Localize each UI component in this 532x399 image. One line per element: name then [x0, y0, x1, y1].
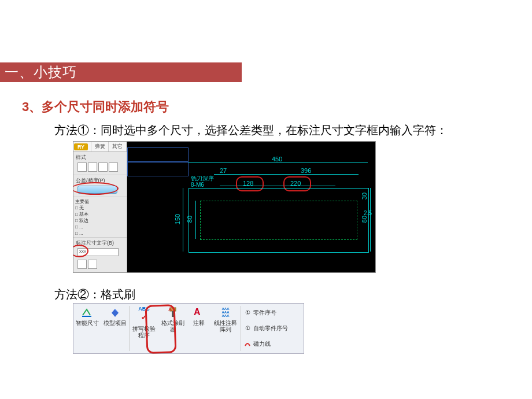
style-icon[interactable]	[77, 162, 87, 172]
method-1-text: 方法①：同时选中多个尺寸，选择公差类型，在标注尺寸文字框内输入字符：	[54, 123, 448, 138]
viewport-rect	[127, 161, 189, 176]
linear-pattern-icon: AAA AAA AAA	[219, 306, 232, 319]
dim-30: 30	[361, 193, 368, 200]
balloon-tools: ① 零件序号 ① 自动零件序号 磁力线	[241, 304, 290, 353]
style-icon[interactable]	[88, 162, 97, 172]
tool-label: 拼写检验程序	[132, 326, 156, 338]
tool-linear-pattern[interactable]: AAA AAA AAA 线性注释阵列	[210, 304, 241, 353]
balloon-icon: ①	[243, 309, 252, 317]
dim-text-value: xxx	[79, 249, 86, 254]
tree-item[interactable]: □ ...	[75, 224, 125, 230]
tool-model-item[interactable]: 模型项目	[101, 304, 129, 353]
app-badge: RY	[74, 143, 88, 150]
aaa-marker: AAA AAA AAA	[222, 307, 230, 317]
dim-396: 396	[301, 167, 311, 174]
panel-dim-text-label: 标注尺寸文字(B)	[76, 240, 114, 246]
tree-item[interactable]: □ ...	[75, 230, 125, 237]
section-header-text: 一、小技巧	[5, 64, 77, 80]
annotate-icon: A	[193, 306, 205, 319]
style-icons	[76, 161, 124, 173]
svg-rect-4	[172, 311, 174, 317]
style-icon[interactable]	[98, 162, 108, 172]
method-2-content: 方法②：格式刷	[54, 288, 135, 301]
dimtext-icons	[76, 258, 124, 270]
cad-sidebar: 数值 弹簧 其它 样式 公差/精度(P) 主要值 □ 无	[73, 142, 127, 272]
magnet-icon	[243, 340, 252, 348]
abc-marker: ABC	[138, 306, 150, 312]
circled-1: ①	[245, 309, 250, 316]
cad-tab-3[interactable]: 其它	[109, 142, 127, 152]
tree-item[interactable]: □ 基本	[75, 211, 125, 217]
tool-format-painter[interactable]: A 格式涂刷器	[158, 304, 187, 353]
dim-2_5: 2.5	[364, 210, 372, 216]
dim-150: 150	[174, 214, 181, 224]
tree-item[interactable]: 主要值	[75, 198, 125, 205]
dim-vline	[195, 201, 196, 239]
tool-spell-check[interactable]: ABC ✔ 拼写检验程序	[130, 304, 158, 353]
svg-text:A: A	[194, 307, 201, 317]
dim-line	[189, 162, 368, 163]
dim-220: 220	[290, 180, 301, 187]
note-8m6-text: 8-M6	[191, 182, 204, 188]
tool-label: 自动零件序号	[253, 324, 288, 332]
inner-part-rect	[200, 201, 357, 240]
method-2-text: 方法②：格式刷	[54, 287, 135, 302]
panel-tolerance-label: 公差/精度(P)	[76, 178, 105, 183]
circled-excl: ①	[245, 325, 250, 331]
tool-label: 磁力线	[253, 340, 271, 348]
tool-annotate[interactable]: A 注释	[187, 304, 210, 353]
dim-128: 128	[243, 180, 253, 187]
panel-dim-text: 标注尺寸文字(B) xxx	[73, 238, 127, 272]
tool-label: 智能尺寸	[76, 320, 99, 326]
cad-canvas: 450 铣刀深序 8-M6 27 396 128 220 150 80 8	[127, 142, 375, 272]
dimtext-icon[interactable]	[88, 260, 97, 269]
panel-tolerance: 公差/精度(P)	[73, 175, 127, 197]
spell-check-icon: ✔	[138, 312, 150, 324]
tree-item[interactable]: □ 无	[75, 205, 125, 211]
note-8m6: 铣刀深序 8-M6	[191, 175, 214, 188]
tool-label: 零件序号	[253, 309, 276, 317]
panel-style: 样式	[73, 152, 127, 175]
dimtext-icon[interactable]	[77, 260, 87, 269]
tool-auto-part-number[interactable]: ① 自动零件序号	[243, 323, 288, 334]
tool-label: 线性注释阵列	[213, 320, 238, 332]
dim-line	[220, 186, 335, 186]
screenshot-cad: 数值 弹簧 其它 样式 公差/精度(P) 主要值 □ 无	[73, 141, 376, 273]
screenshot-toolbar: 智能尺寸 模型项目 ABC ✔ 拼写检验程序 A 格式涂刷器 A	[73, 303, 304, 354]
dim-line	[214, 174, 359, 175]
section-header: 一、小技巧	[0, 62, 242, 82]
dim-450: 450	[272, 156, 282, 162]
tree-item[interactable]: □ 双边	[75, 217, 125, 224]
dim-vline	[183, 188, 183, 252]
subtitle: 3、多个尺寸同时添加符号	[22, 98, 169, 116]
method-1-content: 方法①：同时选中多个尺寸，选择公差类型，在标注尺寸文字框内输入字符：	[54, 124, 448, 136]
auto-balloon-icon: ①	[243, 324, 252, 332]
smart-dimension-icon	[81, 306, 94, 319]
dim-27: 27	[220, 167, 227, 174]
value-tree: 主要值 □ 无 □ 基本 □ 双边 □ ... □ ...	[73, 197, 127, 238]
tool-label: 格式涂刷器	[161, 320, 185, 332]
tolerance-dropdown[interactable]	[77, 186, 117, 194]
svg-marker-1	[112, 309, 119, 317]
dim-text-input[interactable]: xxx	[77, 248, 119, 256]
document-page: 一、小技巧 3、多个尺寸同时添加符号 方法①：同时选中多个尺寸，选择公差类型，在…	[0, 0, 532, 399]
tool-label: 注释	[193, 320, 205, 326]
svg-text:A: A	[168, 306, 172, 312]
tool-smart-dimension[interactable]: 智能尺寸	[73, 304, 101, 353]
note-top: 铣刀深序	[191, 175, 214, 182]
format-painter-icon: A	[167, 306, 179, 319]
dim-vline	[370, 188, 371, 252]
viewport-rect	[127, 147, 189, 162]
check-icon: ✔	[141, 313, 147, 322]
tool-magnet-line[interactable]: 磁力线	[243, 339, 288, 349]
tool-part-number[interactable]: ① 零件序号	[243, 308, 288, 318]
cad-tab-2[interactable]: 弹簧	[91, 142, 109, 152]
subtitle-text: 3、多个尺寸同时添加符号	[22, 99, 169, 114]
model-item-icon	[109, 306, 121, 319]
dim-80: 80	[186, 216, 193, 223]
dim-80-r: 80	[361, 216, 368, 223]
tool-label: 模型项目	[104, 320, 127, 326]
style-icon[interactable]	[109, 162, 118, 172]
panel-style-label: 样式	[76, 154, 86, 160]
